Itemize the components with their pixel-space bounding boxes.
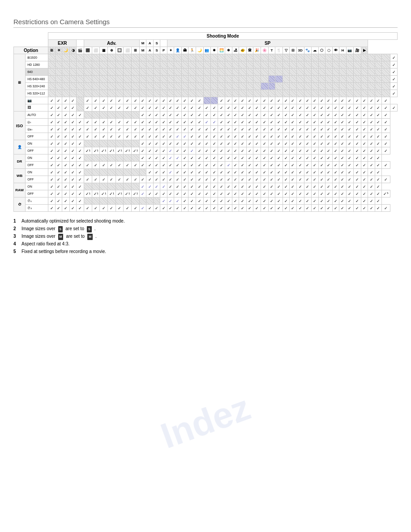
last-col: ▶	[361, 47, 368, 54]
adv-icon5: 🔲	[116, 47, 124, 54]
sp-icon24: 👁	[332, 47, 339, 54]
c6	[84, 54, 92, 61]
fn-text-5: Fixed at settings before recording a mov…	[21, 248, 106, 255]
timer-label: ⏱	[14, 197, 26, 212]
fn-text-3: Image sizes over	[21, 232, 56, 240]
row-640: 640	[26, 69, 48, 76]
c39	[325, 54, 333, 61]
table-row: OFF ✓✓✓✓ ✓ ✓¹✓¹✓¹✓¹✓¹✓¹✓¹ ✓✓✓✓ ✓✓✓✓✓✓✓ ✓…	[14, 190, 398, 197]
adv-header: Adv.	[84, 40, 139, 47]
sp-icon17: ▽	[283, 47, 290, 54]
fn-num-2: 2	[13, 225, 20, 232]
sp-icon3: 🏔	[181, 47, 188, 54]
c9	[108, 54, 116, 61]
c43	[354, 54, 361, 61]
row-hs640: HS 640×480	[26, 76, 48, 83]
table-row: HS 640×480	[14, 76, 398, 83]
footnote-3: 3 Image sizes over M are set to M .	[13, 232, 398, 240]
sp-icon13: 🎉	[253, 47, 261, 54]
p-header	[160, 40, 167, 47]
row-hd1280: HD 1280	[26, 61, 48, 69]
sp-icon18: ⊟	[290, 47, 297, 54]
c28	[246, 54, 253, 61]
row-raw-off: OFF	[26, 190, 48, 197]
c2	[55, 54, 62, 61]
fn2-icon1: S	[58, 226, 63, 232]
table-row: HD 1280	[14, 61, 398, 69]
c37	[312, 54, 319, 61]
c1	[48, 54, 56, 61]
adv-icon1: ⬛	[84, 47, 92, 54]
table-row: OFF ✓✓✓✓ ✓ ✓¹✓¹✓¹✓¹✓¹✓¹✓¹ ✓✓✓✓ ✓✓✓✓✓✓✓ ✓…	[14, 147, 398, 154]
fn-num-3: 3	[13, 232, 20, 240]
footnotes-section: 1 Automatically optimized for selected s…	[13, 217, 398, 255]
a-header: A	[146, 40, 154, 47]
c16	[160, 54, 167, 61]
sp-icon23: ◌	[325, 47, 333, 54]
sp-icon12: 🏛	[246, 47, 253, 54]
row-iso-3: ◎₂ₛ	[26, 126, 48, 133]
shooting-mode-header: Shooting Mode	[48, 33, 398, 40]
table-row: ◎ₛ ✓✓✓✓ ✓ ✓✓✓✓✓✓✓ ✓✓✓✓ ✓✓✓✓✓✓✓ ✓✓✓✓✓✓✓✓ …	[14, 119, 398, 126]
c17	[167, 54, 174, 61]
sp-header: SP	[167, 40, 368, 47]
fn-suffix-3: .	[95, 232, 97, 240]
c24	[218, 54, 225, 61]
row-timer-2: ⏱₂	[26, 205, 48, 212]
c46	[375, 54, 382, 61]
c41	[339, 54, 347, 61]
table-row: ⏱ ⏱₁ ✓✓✓✓ ✓ ✓✓✓ ✓✓✓✓✓ ✓✓✓✓✓✓✓✓ ✓✓✓✓✓✓✓✓ …	[14, 197, 398, 205]
sp-icon5: 🌙	[196, 47, 204, 54]
footnote-4: 4 Aspect ratio fixed at 4:3.	[13, 240, 398, 248]
exr-icon2: ☀	[55, 47, 62, 54]
page-title: Restrictions on Camera Settings	[13, 18, 398, 28]
m-header: M	[139, 40, 146, 47]
c26	[232, 54, 239, 61]
empty-header	[14, 33, 48, 40]
row-fhd1920: ⊞1920	[26, 54, 48, 61]
sp-icon26: 📷	[346, 47, 354, 54]
adv-scene: 🎬	[77, 47, 84, 54]
table-row: ◎₂ₛ ✓✓✓✓ ✓ ✓✓✓✓✓✓✓ ✓✓✓✓ ✓✓✓✓✓✓✓ ✓✓✓✓✓✓✓✓…	[14, 126, 398, 133]
wb-label: WB	[14, 169, 26, 183]
sp-icon1: ✦	[167, 47, 174, 54]
iso-label: ISO	[14, 112, 26, 140]
table-row: RAW ON ✓✓✓✓ ✓ ✓✓✓✓ ✓✓✓✓✓✓✓ ✓✓✓✓✓✓✓✓ ✓✓✓✓…	[14, 183, 398, 190]
c48: ✓	[390, 54, 398, 61]
c47	[382, 54, 390, 61]
fn-mid-2: are set to	[65, 225, 84, 232]
exr-header: EXR	[48, 40, 77, 47]
c32	[275, 54, 283, 61]
c18	[174, 54, 182, 61]
row-face-on: ON	[26, 140, 48, 147]
c10	[116, 54, 124, 61]
image-size-label: ⊞	[14, 54, 26, 112]
exr-icon4: ◑	[69, 47, 77, 54]
exr-icon1: ⊞	[48, 47, 56, 54]
table-row: OFF ✓✓✓✓ ✓ ✓✓✓✓✓✓✓ ✓✓✓✓ ✓✓✓✓✓✓✓ ✓✓✓✓✓✓✓✓…	[14, 176, 398, 183]
col-p: P	[160, 47, 167, 54]
table-row: HS 320×112	[14, 90, 398, 97]
footnote-2: 2 Image sizes over S are set to S .	[13, 225, 398, 232]
row-iso-off: OFF	[26, 133, 48, 140]
row-hs320-240: HS 320×240	[26, 83, 48, 90]
c5	[77, 54, 84, 61]
c19	[181, 54, 188, 61]
adv-icon2: ⬜	[92, 47, 100, 54]
raw-label: RAW	[14, 183, 26, 197]
fn-num-5: 5	[13, 248, 20, 255]
spacer1	[77, 40, 84, 47]
table-row: DR ON ✓✓✓✓ ✓ ✓✓✓✓ ✓✓ ✓✓✓✓✓ ✓✓✓✓✓✓✓✓ ✓✓✓✓…	[14, 154, 398, 162]
fn3-icon1: M	[58, 234, 64, 240]
c11	[124, 54, 132, 61]
table-row: 640	[14, 69, 398, 76]
c3	[62, 54, 70, 61]
sp-icon21: ☁	[312, 47, 319, 54]
row-raw-on: ON	[26, 183, 48, 190]
c38	[318, 54, 325, 61]
fn-mid-3: are set to	[66, 232, 85, 240]
fn-num-4: 4	[13, 240, 20, 248]
empty-subheader	[14, 40, 48, 47]
c36	[304, 54, 312, 61]
fn-text-1: Automatically optimized for selected sho…	[21, 217, 125, 225]
